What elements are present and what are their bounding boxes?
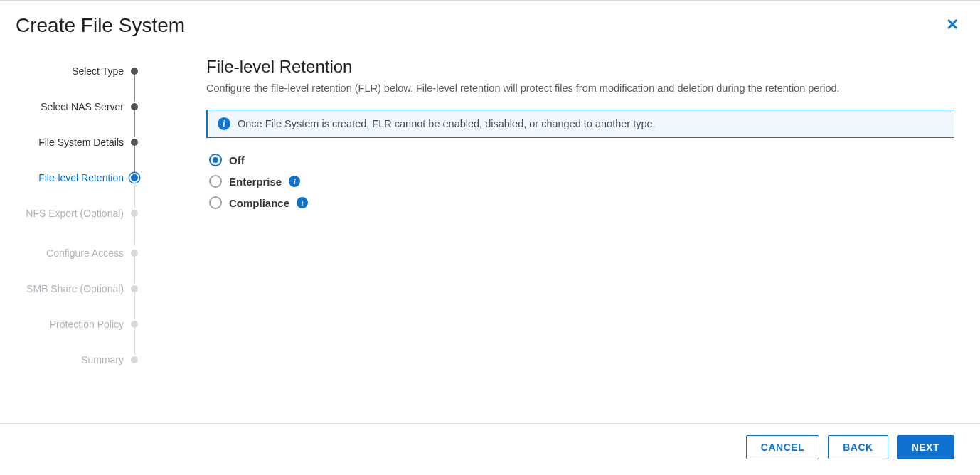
dialog-header: Create File System ✕ [0, 1, 980, 43]
next-button[interactable]: NEXT [897, 435, 954, 459]
panel-description: Configure the file-level retention (FLR)… [206, 82, 954, 94]
option-off[interactable]: Off [209, 154, 954, 166]
info-message: Once File System is created, FLR cannot … [238, 118, 656, 129]
radio-icon [209, 175, 222, 188]
step-label: NFS Export (Optional) [26, 208, 124, 220]
step-nfs-export: NFS Export (Optional) [0, 206, 149, 246]
dialog-title: Create File System [16, 14, 185, 37]
step-select-nas-server[interactable]: Select NAS Server [0, 100, 149, 135]
step-summary: Summary [0, 353, 149, 388]
step-connector [134, 292, 135, 319]
option-compliance[interactable]: Compliance i [209, 196, 954, 209]
step-dot-icon [131, 250, 138, 257]
step-connector [134, 75, 135, 102]
step-label: Summary [81, 354, 124, 367]
step-select-type[interactable]: Select Type [0, 64, 149, 100]
option-label: Compliance [229, 197, 289, 209]
back-button[interactable]: BACK [828, 435, 888, 459]
flr-options: Off Enterprise i Compliance i [206, 154, 954, 209]
option-label: Off [229, 154, 245, 166]
main-panel: File-level Retention Configure the file-… [149, 43, 980, 423]
info-icon[interactable]: i [297, 197, 308, 208]
step-dot-icon [131, 321, 138, 328]
step-connector [134, 328, 135, 355]
step-dot-icon [131, 285, 138, 292]
step-configure-access: Configure Access [0, 246, 149, 282]
content-area: Select Type Select NAS Server File Syste… [0, 43, 980, 423]
dialog-footer: CANCEL BACK NEXT [0, 423, 980, 475]
step-label: Select NAS Server [41, 101, 124, 114]
step-label: SMB Share (Optional) [26, 283, 124, 296]
step-dot-icon [131, 103, 138, 110]
step-connector [134, 257, 135, 284]
step-connector [134, 217, 135, 244]
step-connector [134, 146, 135, 173]
option-enterprise[interactable]: Enterprise i [209, 175, 954, 188]
step-label: File-level Retention [38, 172, 124, 185]
option-label: Enterprise [229, 176, 282, 188]
close-icon[interactable]: ✕ [940, 14, 964, 36]
cancel-button[interactable]: CANCEL [746, 435, 819, 459]
step-smb-share: SMB Share (Optional) [0, 282, 149, 317]
info-banner: i Once File System is created, FLR canno… [206, 110, 954, 138]
step-connector [134, 110, 135, 137]
radio-icon [209, 196, 222, 209]
step-label: Protection Policy [50, 319, 124, 331]
step-dot-icon [131, 210, 138, 217]
panel-heading: File-level Retention [206, 57, 954, 77]
step-file-level-retention[interactable]: File-level Retention [0, 171, 149, 206]
info-icon: i [218, 117, 230, 130]
step-dot-icon [131, 68, 138, 75]
info-icon[interactable]: i [289, 176, 300, 187]
step-dot-icon [131, 356, 138, 363]
step-protection-policy: Protection Policy [0, 317, 149, 353]
step-connector [134, 181, 135, 208]
step-label: Select Type [72, 65, 124, 78]
step-dot-icon [131, 174, 138, 181]
step-file-system-details[interactable]: File System Details [0, 135, 149, 171]
wizard-steps: Select Type Select NAS Server File Syste… [0, 43, 149, 423]
radio-icon [209, 154, 222, 166]
step-label: File System Details [38, 137, 124, 149]
step-label: Configure Access [46, 247, 124, 260]
step-dot-icon [131, 139, 138, 146]
